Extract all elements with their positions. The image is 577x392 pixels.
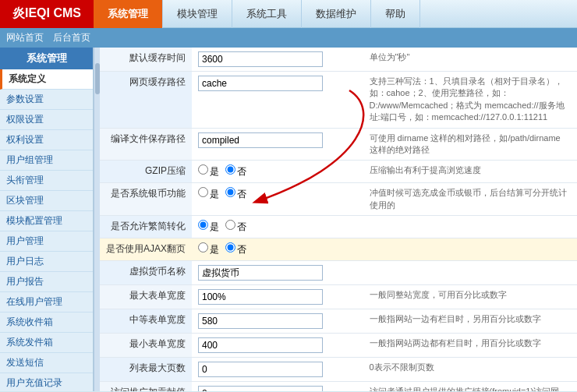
form-input-7[interactable] <box>198 265 323 281</box>
form-hint-0: 单位为"秒" <box>363 48 577 72</box>
form-hint-9: 一般指网站一边有栏目时，另用百分比或数字 <box>363 309 577 334</box>
form-input-cell-8 <box>192 285 363 309</box>
radio-是-3[interactable] <box>198 164 208 175</box>
form-input-cell-12 <box>192 382 363 391</box>
form-input-cell-2 <box>192 128 363 161</box>
form-label-9: 中等表单宽度 <box>100 309 192 334</box>
form-input-1[interactable] <box>198 76 323 91</box>
form-label-10: 最小表单宽度 <box>100 334 192 358</box>
sidebar-item-模块配置管理[interactable]: 模块配置管理 <box>0 211 93 231</box>
form-input-cell-0 <box>192 48 363 72</box>
form-input-cell-3: 是否 <box>192 161 363 183</box>
site-link-网站首页[interactable]: 网站首页 <box>6 31 44 44</box>
nav-tab-帮助[interactable]: 帮助 <box>371 0 420 28</box>
nav-tab-系统管理[interactable]: 系统管理 <box>94 0 163 28</box>
form-input-cell-5: 是否 <box>192 216 363 238</box>
form-table: 默认缓存时间单位为"秒"网页缓存路径支持三种写法：1、只填目录名（相对于目录名）… <box>100 48 577 391</box>
form-label-11: 列表最大页数 <box>100 358 192 382</box>
radio-否-5[interactable] <box>225 220 235 230</box>
form-hint-3: 压缩输出有利于提高浏览速度 <box>363 161 577 183</box>
sidebar-item-头衔管理[interactable]: 头衔管理 <box>0 171 93 191</box>
sidebar-item-用户组管理[interactable]: 用户组管理 <box>0 150 93 171</box>
nav-tabs: 系统管理模块管理系统工具数据维护帮助 <box>94 0 420 28</box>
sidebar-item-系统发件箱[interactable]: 系统发件箱 <box>0 333 93 353</box>
radio-是-6[interactable] <box>198 242 208 253</box>
form-hint-12: 访问者通过用户提供的推广链接(fromuid=1)访问网站，推广人所得的贡献值。… <box>363 382 577 391</box>
form-label-0: 默认缓存时间 <box>100 48 192 72</box>
form-hint-4: 冲值时候可选充成金币或银币，后台结算可分开统计使用的 <box>363 183 577 216</box>
form-hint-2: 可使用 dirname 这样的相对路径，如/path/dirname 这样的绝对… <box>363 128 577 161</box>
sidebar-item-系统定义[interactable]: 系统定义 <box>0 69 93 90</box>
form-label-1: 网页缓存路径 <box>100 72 192 129</box>
form-input-8[interactable] <box>198 289 323 305</box>
nav-tab-系统工具[interactable]: 系统工具 <box>232 0 302 28</box>
form-label-12: 访问推广加贡献值 <box>100 382 192 391</box>
form-input-10[interactable] <box>198 337 323 353</box>
main-layout: 系统管理 系统定义参数设置权限设置权利设置用户组管理头衔管理区块管理模块配置管理… <box>0 48 577 391</box>
form-input-cell-6: 是否 <box>192 238 363 261</box>
sidebar-item-用户管理[interactable]: 用户管理 <box>0 231 93 252</box>
form-input-cell-1 <box>192 72 363 129</box>
sidebar-item-参数设置[interactable]: 参数设置 <box>0 90 93 110</box>
scroll-indicator[interactable] <box>94 48 100 391</box>
form-label-7: 虚拟货币名称 <box>100 261 192 285</box>
form-hint-7 <box>363 261 577 285</box>
form-hint-10: 一般指网站两边都有栏目时，用百分比或数字 <box>363 334 577 358</box>
sidebar-item-区块管理[interactable]: 区块管理 <box>0 191 93 211</box>
scroll-handle[interactable] <box>95 63 100 94</box>
logo: 炎IEQI CMS <box>0 0 94 28</box>
form-input-0[interactable] <box>198 51 323 67</box>
radio-否-6[interactable] <box>225 242 235 253</box>
radio-是-4[interactable] <box>198 187 208 197</box>
form-label-8: 最大表单宽度 <box>100 285 192 309</box>
site-link-后台首页[interactable]: 后台首页 <box>53 31 90 44</box>
sidebar-item-在线用户管理[interactable]: 在线用户管理 <box>0 292 93 313</box>
sidebar-item-权利设置[interactable]: 权利设置 <box>0 130 93 150</box>
top-bar: 炎IEQI CMS 系统管理模块管理系统工具数据维护帮助 <box>0 0 577 28</box>
radio-option-是-3[interactable]: 是 <box>198 166 219 177</box>
sidebar-item-用户充值记录[interactable]: 用户充值记录 <box>0 373 93 391</box>
radio-否-4[interactable] <box>225 187 235 197</box>
form-hint-6 <box>363 238 577 261</box>
form-label-3: GZIP压缩 <box>100 161 192 183</box>
sidebar-items: 系统定义参数设置权限设置权利设置用户组管理头衔管理区块管理模块配置管理用户管理用… <box>0 69 93 391</box>
form-hint-5 <box>363 216 577 238</box>
nav-tab-数据维护[interactable]: 数据维护 <box>302 0 371 28</box>
radio-option-否-4[interactable]: 否 <box>225 189 246 200</box>
sidebar-item-权限设置[interactable]: 权限设置 <box>0 110 93 130</box>
form-input-cell-7 <box>192 261 363 285</box>
form-input-cell-10 <box>192 334 363 358</box>
logo-text: 炎IEQI CMS <box>12 5 81 22</box>
form-input-cell-11 <box>192 358 363 382</box>
sidebar: 系统管理 系统定义参数设置权限设置权利设置用户组管理头衔管理区块管理模块配置管理… <box>0 48 94 391</box>
form-hint-11: 0表示不限制页数 <box>363 358 577 382</box>
form-label-4: 是否系统银币功能 <box>100 183 192 216</box>
form-input-cell-4: 是否 <box>192 183 363 216</box>
form-hint-8: 一般同整站宽度，可用百分比或数字 <box>363 285 577 309</box>
radio-option-否-5[interactable]: 否 <box>225 221 246 232</box>
sidebar-item-系统收件箱[interactable]: 系统收件箱 <box>0 313 93 333</box>
radio-option-是-6[interactable]: 是 <box>198 244 219 255</box>
form-input-2[interactable] <box>198 132 323 148</box>
sidebar-item-用户日志[interactable]: 用户日志 <box>0 252 93 272</box>
sidebar-item-用户报告[interactable]: 用户报告 <box>0 272 93 292</box>
form-label-2: 编译文件保存路径 <box>100 128 192 161</box>
form-input-12[interactable] <box>198 386 323 391</box>
form-hint-1: 支持三种写法：1、只填目录名（相对于目录名），如：cahoe；2、使用完整路径，… <box>363 72 577 129</box>
radio-option-否-6[interactable]: 否 <box>225 244 246 255</box>
form-input-cell-9 <box>192 309 363 334</box>
form-label-5: 是否允许繁简转化 <box>100 216 192 238</box>
radio-option-是-5[interactable]: 是 <box>198 221 219 232</box>
radio-option-是-4[interactable]: 是 <box>198 189 219 200</box>
nav-tab-模块管理[interactable]: 模块管理 <box>163 0 232 28</box>
form-input-11[interactable] <box>198 362 323 377</box>
form-label-6: 是否使用AJAX翻页 <box>100 238 192 261</box>
sidebar-item-发送短信[interactable]: 发送短信 <box>0 353 93 373</box>
form-input-9[interactable] <box>198 313 323 329</box>
site-links-bar: 网站首页后台首页 <box>0 28 577 48</box>
radio-否-3[interactable] <box>225 164 235 175</box>
radio-是-5[interactable] <box>198 220 208 230</box>
sidebar-title: 系统管理 <box>0 48 93 69</box>
radio-option-否-3[interactable]: 否 <box>225 166 246 177</box>
content-area: 默认缓存时间单位为"秒"网页缓存路径支持三种写法：1、只填目录名（相对于目录名）… <box>100 48 577 391</box>
